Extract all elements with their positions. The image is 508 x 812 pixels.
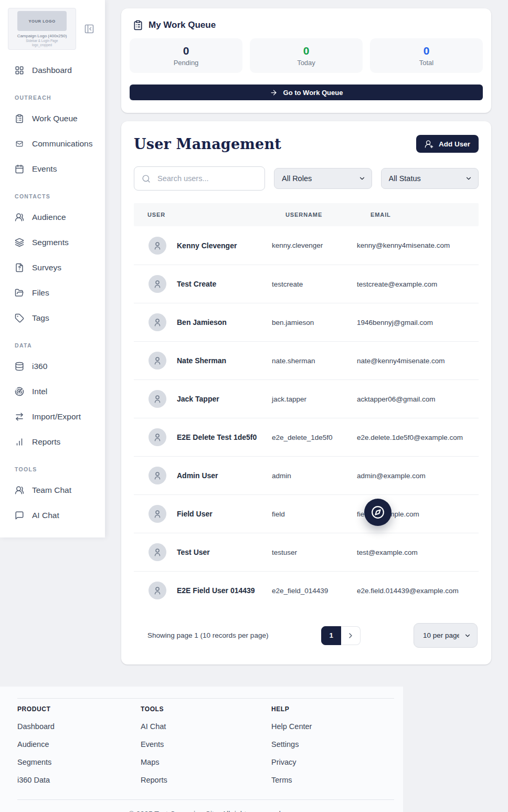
- user-name: Admin User: [177, 471, 218, 480]
- avatar: [149, 505, 166, 523]
- sidebar-item-files[interactable]: Files: [0, 280, 105, 305]
- roles-filter-select[interactable]: All Roles: [274, 168, 372, 189]
- mail-icon: [15, 140, 24, 147]
- footer-link-reports[interactable]: Reports: [141, 774, 167, 787]
- sidebar-collapse-button[interactable]: [83, 23, 96, 35]
- table-row[interactable]: Ben Jamiesonben.jamieson1946bennyj@gmail…: [134, 303, 479, 341]
- nav-section-data: DATA: [15, 342, 105, 349]
- user-email: kenny@kenny4misenate.com: [357, 241, 479, 249]
- sidebar-item-dashboard[interactable]: Dashboard: [0, 58, 105, 83]
- stat-label: Total: [419, 59, 433, 67]
- page-1-button[interactable]: 1: [321, 626, 341, 645]
- search-input[interactable]: [134, 166, 265, 191]
- sidebar-item-segments[interactable]: Segments: [0, 230, 105, 255]
- footer-link-i360-data[interactable]: i360 Data: [17, 774, 50, 787]
- user-plus-icon: [425, 140, 433, 149]
- table-row[interactable]: Nate Shermannate.shermannate@kenny4misen…: [134, 341, 479, 379]
- clipboard-icon: [133, 20, 143, 30]
- user-name: Test Create: [177, 280, 216, 288]
- sidebar-item-intel[interactable]: Intel: [0, 379, 105, 404]
- sidebar-item-surveys[interactable]: Surveys: [0, 255, 105, 280]
- arrows-left-right-icon: [15, 412, 24, 421]
- avatar: [149, 390, 166, 408]
- sidebar-item-audience[interactable]: Audience: [0, 205, 105, 230]
- footer-link-segments[interactable]: Segments: [17, 756, 51, 769]
- table-row[interactable]: Kenny Clevengerkenny.clevengerkenny@kenn…: [134, 226, 479, 265]
- user-name: E2E Delete Test 1de5f0: [177, 433, 257, 441]
- user-management-card: User Management Add User All Roles: [121, 121, 491, 665]
- user-icon: [153, 471, 162, 480]
- user-name: Nate Sherman: [177, 356, 226, 365]
- sidebar-item-label: Dashboard: [32, 66, 72, 75]
- sidebar-item-tags[interactable]: Tags: [0, 305, 105, 331]
- avatar: [149, 352, 166, 370]
- layout-grid-icon: [15, 66, 24, 75]
- table-row[interactable]: E2E Field User 014439e2e_field_014439e2e…: [134, 571, 479, 609]
- sidebar-item-ai-chat[interactable]: AI Chat: [0, 503, 105, 528]
- footer-link-settings[interactable]: Settings: [271, 739, 299, 751]
- nav-section-contacts: CONTACTS: [15, 193, 105, 199]
- sidebar-item-events[interactable]: Events: [0, 156, 105, 182]
- user-username: field: [272, 510, 357, 518]
- user-email: nate@kenny4misenate.com: [357, 357, 479, 365]
- folder-open-icon: [15, 288, 24, 298]
- footer-link-ai-chat[interactable]: AI Chat: [141, 721, 166, 733]
- status-filter-select[interactable]: All Status: [381, 168, 479, 189]
- pagination: Showing page 1 (10 records per page) 1 1…: [134, 623, 479, 648]
- search-icon: [142, 174, 151, 183]
- footer-link-privacy[interactable]: Privacy: [271, 756, 297, 769]
- table-row[interactable]: Field Userfieldfield@example.com: [134, 494, 479, 533]
- per-page-select[interactable]: 10 per page: [414, 623, 478, 648]
- stat-total: 0Total: [370, 38, 483, 73]
- footer-heading: HELP: [271, 705, 394, 713]
- user-username: ben.jamieson: [272, 319, 357, 326]
- user-icon: [153, 394, 162, 404]
- column-header-user: USER: [147, 212, 285, 218]
- user-name: Field User: [177, 510, 213, 518]
- sidebar: YOUR LOGO Campaign Logo (400x250) Sideba…: [0, 0, 105, 537]
- stat-label: Today: [297, 59, 315, 67]
- table-row[interactable]: Jack Tapperjack.tapperacktapper06@gmail.…: [134, 379, 479, 418]
- sidebar-item-i360[interactable]: i360: [0, 354, 105, 379]
- footer-link-help-center[interactable]: Help Center: [271, 721, 312, 733]
- footer: PRODUCTDashboardAudienceSegmentsi360 Dat…: [0, 687, 403, 812]
- campaign-logo: YOUR LOGO Campaign Logo (400x250) Sideba…: [8, 8, 76, 50]
- clipboard-list-icon: [15, 114, 24, 123]
- next-page-button[interactable]: [341, 626, 361, 645]
- calendar-icon: [15, 164, 24, 174]
- sidebar-item-reports[interactable]: Reports: [0, 429, 105, 455]
- sidebar-item-label: Tags: [32, 313, 49, 323]
- compass-floating-button[interactable]: [364, 499, 391, 526]
- table-row[interactable]: E2E Delete Test 1de5f0e2e_delete_1de5f0e…: [134, 418, 479, 456]
- avatar: [149, 467, 166, 484]
- logo-subcaption: Sidebar & Login Page: [26, 39, 58, 43]
- go-to-work-queue-button[interactable]: Go to Work Queue: [130, 85, 483, 100]
- avatar: [149, 237, 166, 255]
- footer-link-dashboard[interactable]: Dashboard: [17, 721, 55, 733]
- user-icon: [153, 279, 162, 289]
- footer-link-events[interactable]: Events: [141, 739, 164, 751]
- table-row[interactable]: Test Usertestusertest@example.com: [134, 533, 479, 571]
- footer-link-audience[interactable]: Audience: [17, 739, 49, 751]
- table-row[interactable]: Test Createtestcreatetestcreate@example.…: [134, 265, 479, 303]
- per-page-filter: 10 per page: [414, 623, 478, 648]
- footer-link-maps[interactable]: Maps: [141, 756, 159, 769]
- sidebar-item-communications[interactable]: Communications: [0, 131, 105, 156]
- sidebar-item-label: i360: [32, 362, 47, 371]
- add-user-button[interactable]: Add User: [416, 135, 479, 153]
- nav-section-outreach: OUTREACH: [15, 94, 105, 101]
- logo-text: YOUR LOGO: [28, 19, 55, 24]
- sidebar-item-work-queue[interactable]: Work Queue: [0, 106, 105, 131]
- stat-today: 0Today: [250, 38, 363, 73]
- work-queue-stats: 0Pending0Today0Total: [130, 38, 483, 73]
- footer-link-terms[interactable]: Terms: [271, 774, 292, 787]
- sidebar-item-label: Events: [32, 164, 57, 174]
- sidebar-item-label: Import/Export: [32, 412, 81, 421]
- table-row[interactable]: Admin Useradminadmin@example.com: [134, 456, 479, 494]
- sidebar-item-team-chat[interactable]: Team Chat: [0, 478, 105, 503]
- sidebar-item-import-export[interactable]: Import/Export: [0, 404, 105, 429]
- user-email: e2e.field.014439@example.com: [357, 587, 479, 595]
- panel-left-close-icon: [84, 24, 94, 34]
- user-username: admin: [272, 472, 357, 480]
- chevron-right-icon: [346, 631, 355, 640]
